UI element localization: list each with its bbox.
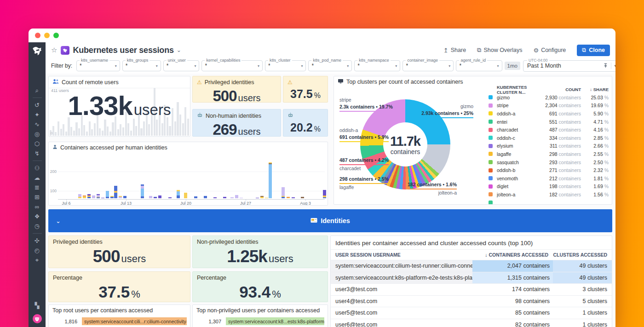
stacked-bar[interactable] (110, 196, 114, 198)
table-row[interactable]: stripe2,304 containers19.69 % (486, 102, 610, 110)
stacked-bar[interactable] (265, 198, 268, 199)
widget-non-human-identities[interactable]: Non-humain identities 269users (192, 109, 281, 137)
stacked-bar[interactable] (78, 194, 81, 198)
stacked-bar[interactable] (282, 187, 285, 198)
cluster-table[interactable]: KUBERNETES CLUSTER N...COUNT↓ SHAREgizmo… (486, 86, 610, 204)
pin-icon[interactable] (603, 62, 608, 70)
star-icon[interactable]: ☆ (51, 46, 57, 54)
filter-agent_rule_id[interactable]: agent_rule_id*▾ (456, 60, 502, 71)
stacked-bar[interactable] (204, 196, 207, 198)
stacked-bar[interactable] (149, 196, 152, 198)
compass-icon[interactable]: ◷ (32, 221, 42, 231)
stacked-bar[interactable] (119, 196, 122, 198)
stacked-bar[interactable] (106, 191, 109, 198)
stacked-bar[interactable] (301, 197, 304, 198)
copilot-icon[interactable]: ✦ (32, 110, 42, 120)
widget-count-remote-users[interactable]: Count of remote users 411 users 0 1.33ku… (48, 76, 190, 137)
filter-container_image[interactable]: container_image*▾ (402, 60, 454, 71)
cloud-security-icon[interactable]: ☁ (32, 173, 42, 183)
stacked-bar[interactable] (230, 197, 234, 198)
stacked-bar[interactable] (168, 197, 172, 198)
stacked-bar[interactable] (158, 195, 161, 198)
audit-icon[interactable]: ⌖ (32, 255, 42, 265)
table-row[interactable]: oddish-c334 containers2.85 % (486, 134, 610, 142)
stacked-bar[interactable] (97, 194, 100, 198)
filter-k8s_pod_name[interactable]: k8s_pod_name*▾ (308, 60, 352, 71)
datadog-logo-icon[interactable] (31, 45, 43, 57)
table-row[interactable]: diglet198 containers1.69 % (486, 183, 610, 191)
filter-k8s_namespace[interactable]: k8s_namespace*▾ (354, 60, 400, 71)
filter-k8s_cluster[interactable]: k8s_cluster*▾ (265, 60, 306, 71)
table-row[interactable]: charcadet487 containers4.16 % (486, 126, 610, 134)
stacked-bar[interactable] (184, 193, 187, 198)
minimize-button[interactable] (44, 33, 50, 38)
widget-privileged-identities[interactable]: ⚠Privileged identities 500users (192, 76, 281, 103)
stacked-bar[interactable] (260, 196, 264, 198)
column-header-containers[interactable]: ↓ CONTAINERS ACCESSED (468, 252, 548, 258)
stacked-bar[interactable] (194, 196, 197, 198)
configure-button[interactable]: ⚙Configure (533, 47, 566, 54)
search-icon[interactable]: ⌕ (32, 86, 42, 95)
column-header-share[interactable]: ↓ SHARE (581, 87, 610, 92)
table-row[interactable]: venomoth212 containers1.81 % (486, 174, 610, 183)
history-icon[interactable]: ↺ (32, 100, 42, 110)
stacked-bar[interactable] (87, 194, 91, 198)
filter-unix_user[interactable]: unix_user*▾ (163, 60, 200, 71)
widget-non-privileged-identities[interactable]: Non-privileged identities 1.25kusers (192, 235, 328, 268)
widget-non-privileged-percentage[interactable]: Percentage 93.4% (192, 271, 328, 302)
security-icon[interactable]: ❖ (32, 212, 42, 221)
table-row[interactable]: oddish-a691 containers5.90 % (486, 109, 610, 118)
monitors-icon[interactable]: ◎ (32, 129, 42, 139)
table-row[interactable] (486, 199, 610, 204)
table-row[interactable]: user6@test.com82 containers 1 clusters (331, 319, 612, 327)
widget-containers-per-human[interactable]: Containers accessed per human identities… (48, 142, 328, 206)
collapse-chevron-icon[interactable]: ⌄ (56, 218, 61, 224)
puzzle-icon[interactable]: ▚ (32, 301, 42, 310)
stacked-bar[interactable] (83, 195, 86, 198)
metrics-icon[interactable]: ∿ (32, 120, 42, 129)
widget-top-non-privileged-users[interactable]: Top non-privilged users per containers a… (192, 304, 328, 327)
title-chevron-down-icon[interactable]: ⌄ (177, 47, 181, 53)
table-row[interactable]: jolteon-a182 containers1.56 % (486, 190, 610, 199)
events-icon[interactable]: ↯ (32, 149, 42, 158)
widget-top-root-users[interactable]: Top root users per containers accessed 1… (48, 304, 190, 327)
log-pipelines-icon[interactable]: ≣ (32, 183, 42, 192)
time-chevron-down-icon[interactable]: ▾ (614, 63, 615, 68)
widget-privileged-identities-2[interactable]: Privileged identities 500users (48, 235, 190, 268)
list-item[interactable]: 1,816system:serviceaccount:cili...r:cili… (52, 317, 187, 326)
column-header-username[interactable]: USER SESSION USERNAME (331, 252, 468, 258)
widget-top-clusters[interactable]: Top clusters per count of accessed conta… (334, 76, 612, 205)
column-header-clusters[interactable]: CLUSTERS ACCESSED (548, 252, 612, 258)
stacked-bar[interactable] (292, 197, 295, 198)
stacked-bar[interactable] (287, 197, 290, 198)
stacked-bar[interactable] (213, 197, 217, 198)
table-row[interactable]: lagaffe298 containers2.55 % (486, 150, 610, 158)
service-links-icon[interactable]: ∞ (32, 202, 42, 212)
widget-privileged-percent[interactable]: ⚠ 37.5% (283, 76, 328, 103)
widget-identities-table[interactable]: Identities per container accessed and cl… (330, 235, 612, 327)
zoom-button[interactable] (53, 33, 59, 38)
gauge-icon[interactable]: ◴ (32, 246, 42, 255)
table-row[interactable]: system:serviceaccount:cilium-test-runner… (331, 260, 612, 272)
integrations-icon[interactable]: ⬡ (32, 139, 42, 149)
table-row[interactable]: system:serviceaccount:k8s-platform-e2e-t… (331, 272, 612, 284)
clone-button[interactable]: ⧉Clone (577, 45, 610, 56)
table-row[interactable]: oddish-b271 containers2.32 % (486, 166, 610, 174)
stacked-bar[interactable] (256, 198, 259, 199)
list-item[interactable]: 1,307system:serviceaccount:k8...ests:k8s… (196, 317, 325, 326)
identities-section-header[interactable]: ⌄ Identities (48, 209, 612, 232)
column-header-cluster[interactable]: KUBERNETES CLUSTER N... (486, 86, 529, 95)
network-icon[interactable]: ⚇ (32, 163, 42, 173)
table-row[interactable]: elysium311 containers2.66 % (486, 142, 610, 150)
stacked-bar[interactable] (154, 197, 157, 198)
stacked-bar[interactable] (141, 184, 144, 198)
show-overlays-button[interactable]: ⧉Show Overlays (477, 46, 522, 54)
filter-k8s_username[interactable]: k8s_username*▾ (76, 60, 120, 71)
bug-icon[interactable]: ✣ (32, 236, 42, 246)
stacked-bar[interactable] (223, 197, 226, 198)
table-row[interactable]: user5@test.com85 containers 1 clusters (331, 307, 612, 319)
table-row[interactable]: sasquatch293 containers2.50 % (486, 158, 610, 166)
table-row[interactable]: user4@test.com98 containers 5 clusters (331, 295, 612, 307)
widget-privileged-percentage[interactable]: Percentage 37.5% (48, 271, 190, 302)
stacked-bar[interactable] (123, 196, 126, 198)
